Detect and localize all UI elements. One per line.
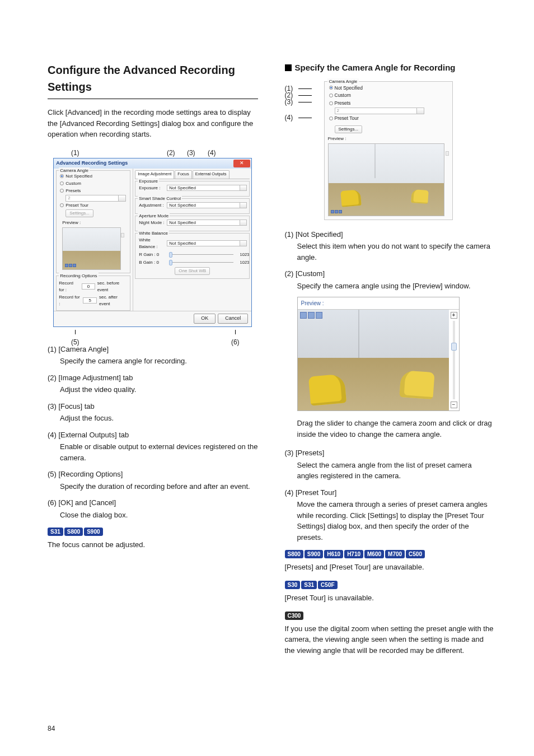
preview-video-area[interactable] xyxy=(298,310,449,410)
heading-rule xyxy=(48,99,258,99)
radio-preset-tour[interactable]: Preset Tour xyxy=(60,202,128,209)
presets-select[interactable]: 2 xyxy=(65,195,126,202)
bgain-slider[interactable]: 1023 xyxy=(167,259,247,265)
tab-focus[interactable]: Focus xyxy=(175,170,191,179)
ca-radio-custom[interactable]: Custom xyxy=(329,92,449,99)
exposure-select[interactable]: Not Specified xyxy=(167,185,247,191)
ca-preview-thumbnail[interactable] xyxy=(328,143,444,216)
model-tag: S30 xyxy=(285,581,301,589)
rgain-slider[interactable]: 1023 xyxy=(167,251,247,258)
list-item-head: (3) [Focus] tab xyxy=(48,401,258,412)
close-icon[interactable]: ✕ xyxy=(233,160,250,167)
tab-image-adjustment[interactable]: Image Adjustment xyxy=(135,170,174,179)
model-tag: S31 xyxy=(301,581,317,589)
model-tag: S900 xyxy=(305,550,323,558)
ca-radio-preset-tour[interactable]: Preset Tour xyxy=(329,115,449,122)
callout-3: (3) xyxy=(182,148,200,158)
list-item: (4) [External Outputs] tabEnable or disa… xyxy=(48,430,258,464)
preview-bottom-controls[interactable] xyxy=(298,310,449,321)
right-item-list-a: (1) [Not Specified]Select this item when… xyxy=(285,229,495,292)
camera-angle-figure: (1) (2) (3) (4) Camera Angle Not Specifi… xyxy=(302,81,453,221)
preset-tour-settings-button[interactable]: Settings... xyxy=(65,209,93,217)
record-for-label2: Record for : xyxy=(59,294,81,307)
right-heading: Specify the Camera Angle for Recording xyxy=(285,62,495,74)
model-tag: S800 xyxy=(285,550,303,558)
ca-preview-label: Preview : xyxy=(328,136,446,142)
list-item: (2) [Custom]Specify the camera angle usi… xyxy=(285,268,495,291)
ca-radio-not-specified[interactable]: Not Specified xyxy=(329,85,449,92)
ok-button[interactable]: OK xyxy=(194,314,216,324)
list-item: (1) [Camera Angle]Specify the camera ang… xyxy=(48,344,258,367)
list-item-body: Specify the duration of recording before… xyxy=(60,481,258,492)
one-shot-wb-button[interactable]: One Shot WB xyxy=(175,267,210,275)
list-item-body: Enable or disable output to external dev… xyxy=(60,441,258,463)
page-number: 84 xyxy=(48,724,55,734)
list-item-body: Adjust the focus. xyxy=(60,413,258,424)
right-item-list-b: (3) [Presets]Select the camera angle fro… xyxy=(285,447,495,543)
list-item: (5) [Recording Options]Specify the durat… xyxy=(48,469,258,492)
record-after-unit: sec. after event xyxy=(99,294,128,307)
radio-custom[interactable]: Custom xyxy=(60,180,128,187)
ca-zoom-handle[interactable] xyxy=(446,151,449,156)
callout-6: (6) xyxy=(231,338,240,346)
list-item: (3) [Presets]Select the camera angle fro… xyxy=(285,447,495,482)
left-heading: Configure the Advanced Recording Setting… xyxy=(48,62,258,95)
preview-window-label: Preview : xyxy=(298,297,459,309)
record-before-input[interactable]: 0 xyxy=(82,283,95,290)
list-item-body: Adjust the video quality. xyxy=(60,384,258,395)
left-tags: S31S800S900 xyxy=(48,526,258,537)
record-after-input[interactable]: 5 xyxy=(83,297,97,304)
cancel-button[interactable]: Cancel xyxy=(218,314,248,324)
list-item-head: (2) [Image Adjustment] tab xyxy=(48,372,258,384)
right-column: Specify the Camera Angle for Recording (… xyxy=(285,62,495,656)
custom-note: Drag the slider to change the camera zoo… xyxy=(297,418,495,440)
preview-label: Preview : xyxy=(62,220,124,226)
list-item-body: Select the camera angle from the list of… xyxy=(297,460,495,482)
preview-window: Preview : + − xyxy=(297,297,460,411)
radio-presets[interactable]: Presets xyxy=(60,188,128,194)
left-column: Configure the Advanced Recording Setting… xyxy=(48,62,258,656)
wb-select[interactable]: Not Specified xyxy=(167,240,247,246)
camera-angle-group-label: Camera Angle xyxy=(59,167,90,174)
right-tags-c-note: If you use the digital zoom when setting… xyxy=(285,623,495,656)
ca-radio-presets[interactable]: Presets xyxy=(329,100,449,107)
ca-preview-controls[interactable] xyxy=(331,210,342,213)
tab-external-outputs[interactable]: External Outputs xyxy=(193,170,229,179)
right-tags-a-note: [Presets] and [Preset Tour] are unavaila… xyxy=(285,562,495,573)
left-intro: Click [Advanced] in the recording mode s… xyxy=(48,107,258,140)
record-for-label: Record for : xyxy=(59,280,79,293)
model-tag: H610 xyxy=(324,550,343,558)
list-item-body: Specify the camera angle for recording. xyxy=(60,356,258,367)
left-tags-note: The focus cannot be adjusted. xyxy=(48,539,258,550)
camera-angle-panel: Camera Angle Not Specified Custom Preset… xyxy=(324,81,453,221)
zoom-out-icon[interactable]: − xyxy=(451,402,457,408)
callout-5: (5) xyxy=(71,338,79,346)
model-tag: M700 xyxy=(385,550,405,558)
callout-4: (4) xyxy=(200,148,223,158)
list-item-head: (1) [Not Specified] xyxy=(285,229,495,240)
zoom-slider[interactable] xyxy=(453,321,455,399)
ca-settings-button[interactable]: Settings... xyxy=(335,125,363,133)
preview-zoom-handle[interactable] xyxy=(121,233,124,237)
list-item-head: (4) [External Outputs] tab xyxy=(48,430,258,441)
zoom-in-icon[interactable]: + xyxy=(451,312,457,319)
model-tag: S900 xyxy=(84,528,102,536)
ca-presets-select[interactable]: 2 xyxy=(335,108,424,114)
left-item-list: (1) [Camera Angle]Specify the camera ang… xyxy=(48,344,258,521)
shade-select[interactable]: Not Specified xyxy=(167,202,247,208)
camera-angle-panel-label: Camera Angle xyxy=(327,78,359,85)
model-tag: C500 xyxy=(406,550,425,558)
callout-2: (2) xyxy=(160,148,182,158)
advanced-recording-dialog: Advanced Recording Settings ✕ Camera Ang… xyxy=(53,158,252,327)
list-item-body: Close the dialog box. xyxy=(60,510,258,521)
model-tag: S31 xyxy=(48,528,63,536)
preview-thumbnail[interactable] xyxy=(62,227,121,270)
record-before-unit: sec. before event xyxy=(97,280,128,293)
list-item: (2) [Image Adjustment] tabAdjust the vid… xyxy=(48,372,258,395)
list-item-body: Select this item when you do not want to… xyxy=(297,241,495,263)
preview-controls[interactable] xyxy=(65,264,76,267)
night-mode-select[interactable]: Not Specified xyxy=(167,220,247,226)
right-tags-b: S30S31C50F xyxy=(285,579,495,590)
model-tag: S800 xyxy=(64,528,83,536)
right-tags-c: C300 xyxy=(285,610,495,621)
